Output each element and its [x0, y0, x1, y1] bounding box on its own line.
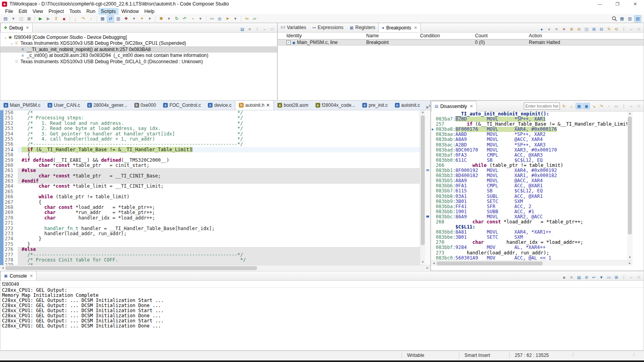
line-number[interactable]: 274: [4, 236, 18, 241]
line-number[interactable]: 273: [4, 231, 18, 236]
code-line[interactable]: 262 char *const *table_ptr = __TI_CINIT_…: [4, 174, 420, 179]
new-view-icon[interactable]: ▫: [605, 103, 612, 109]
line-number[interactable]: 259: [4, 158, 18, 163]
debug-perspective-icon[interactable]: ▧: [634, 15, 641, 22]
line-number[interactable]: 266: [4, 194, 18, 199]
code-line[interactable]: 268 char const *load_addr = *table_ptr++…: [4, 205, 420, 210]
code-line[interactable]: 277 /*----------------------------------…: [4, 252, 420, 258]
editor-tab-device-c[interactable]: cdevice.c: [204, 100, 235, 110]
editor-tab-f28004x-code-[interactable]: sf28004x_code...: [312, 100, 359, 110]
disasm-instruction-line[interactable]: 083bb8:03A1SUBLACC, @XAR1: [431, 194, 644, 199]
line-number[interactable]: 268: [4, 205, 18, 210]
menu-edit[interactable]: Edit: [16, 8, 30, 15]
export-breakpoints-icon[interactable]: ⊖: [576, 26, 582, 32]
suspend-icon[interactable]: Ⅱ: [53, 15, 60, 22]
code-editor[interactable]: 250 /* */251 /* Processing steps: */252 …: [4, 110, 420, 265]
skip-all-icon[interactable]: ％: [605, 26, 612, 32]
save-all-icon[interactable]: ▣: [26, 15, 33, 22]
remove-breakpoint-icon[interactable]: ✕: [553, 26, 560, 32]
resume-icon[interactable]: ▶: [45, 15, 52, 22]
maximize-window-icon[interactable]: ❐: [609, 0, 626, 8]
code-line[interactable]: 261#else: [4, 168, 420, 173]
code-line[interactable]: 256 /*----------------------------------…: [4, 142, 420, 147]
scroll-right-icon[interactable]: ►: [425, 266, 430, 271]
disasm-instruction-line[interactable]: 083bbb:1901SUBBACC, #1: [431, 209, 644, 214]
tab-variables[interactable]: ⒱Variables: [278, 23, 309, 32]
close-icon[interactable]: ✕: [29, 274, 33, 278]
pin-icon[interactable]: ➤: [224, 15, 231, 22]
scroll-right-icon[interactable]: ►: [627, 261, 633, 266]
import-breakpoints-icon[interactable]: ⊕: [568, 26, 575, 32]
line-number[interactable]: 276: [4, 247, 18, 252]
window-icon[interactable]: ▭: [208, 15, 215, 22]
line-number[interactable]: 257▶: [4, 147, 18, 152]
home-icon[interactable]: ⌂: [568, 103, 575, 109]
line-number[interactable]: 251: [4, 115, 18, 121]
refresh-icon[interactable]: ↻: [561, 103, 567, 109]
minimize-icon[interactable]: –: [628, 274, 635, 280]
collapse-all-icon[interactable]: ⊟: [598, 26, 605, 32]
debug-tree-row[interactable]: ⌄◉f280049 [Code Composer Studio - Device…: [0, 34, 277, 40]
disasm-instruction-line[interactable]: 083bba:FF41SFRACC, 2: [431, 204, 644, 209]
tab-disassembly[interactable]: ▤ Disassembly ✕: [431, 101, 477, 112]
code-line[interactable]: 266 while (table_ptr != table_limit): [4, 194, 420, 199]
line-number[interactable]: 252: [4, 121, 18, 126]
disasm-vscroll-thumb[interactable]: [628, 117, 632, 234]
gear-icon[interactable]: ✱: [158, 15, 165, 22]
tab-expressions[interactable]: ⚯Expressions: [309, 23, 347, 32]
code-line[interactable]: 273 handler(load_addr, run_addr);: [4, 231, 420, 236]
line-number[interactable]: 253: [4, 126, 18, 131]
disasm-instruction-line[interactable]: 083baf:0FA3CMPLACC, @XAR3: [431, 153, 644, 158]
disasm-instruction-line[interactable]: 083bb9:3B01SETCSXM: [431, 199, 644, 204]
connect-target-icon[interactable]: ⇄: [107, 15, 114, 22]
code-line[interactable]: 264 char *const *table_limit = __TI_CINI…: [4, 184, 420, 189]
open-perspective-icon[interactable]: ▦: [618, 15, 626, 22]
line-number[interactable]: 267: [4, 200, 18, 205]
menu-help[interactable]: Help: [141, 8, 157, 15]
menu-file[interactable]: File: [2, 8, 16, 15]
link-debug-icon[interactable]: ⟲: [613, 26, 620, 32]
goto-file-icon[interactable]: ◳: [583, 26, 590, 32]
column-header-action[interactable]: Action: [529, 33, 619, 38]
code-line[interactable]: 272 handler_fn_t handler = __TI_Handler_…: [4, 226, 420, 231]
column-header-condition[interactable]: Condition: [420, 33, 475, 38]
menu-scripts[interactable]: Scripts: [98, 8, 119, 15]
column-header-name[interactable]: Name: [366, 33, 420, 38]
restart-icon[interactable]: ↻: [173, 15, 180, 22]
editor-tab-0xe000[interactable]: b0xe000: [131, 100, 160, 110]
flash-caret-icon[interactable]: ▾: [146, 15, 153, 22]
code-line[interactable]: 254 /* 3. Get pointer to handler at hand…: [4, 132, 420, 137]
editor-tab-user-can-c[interactable]: cUser_CAN.c: [44, 100, 84, 110]
gear-caret-icon[interactable]: ▾: [165, 15, 172, 22]
code-line[interactable]: 271: [4, 221, 420, 226]
close-icon[interactable]: ✕: [26, 26, 29, 30]
code-line[interactable]: 278 /* Process Cinit table for COFF. */: [4, 258, 420, 263]
remove-all-breakpoints-icon[interactable]: ✕: [561, 26, 567, 32]
new-breakpoint-icon[interactable]: ●: [538, 26, 545, 32]
code-line[interactable]: 255 /* 4. call handler(load_addr + 1, ru…: [4, 137, 420, 142]
code-line[interactable]: 265: [4, 189, 420, 194]
show-source-icon[interactable]: ▩: [576, 103, 582, 109]
code-line[interactable]: 257▶ if (&__TI_Handler_Table_Base != &__…: [4, 147, 420, 152]
code-line[interactable]: 270 char handler_idx = *load_addr++;: [4, 216, 420, 221]
registers-view-icon[interactable]: ▦: [99, 15, 106, 22]
display-console-icon[interactable]: ▭: [605, 274, 612, 280]
new-window-icon[interactable]: ▱: [251, 15, 258, 22]
breakpoint-checkbox[interactable]: ✓: [286, 40, 291, 45]
line-number[interactable]: 250: [4, 110, 18, 115]
menu-run[interactable]: Run: [84, 8, 98, 15]
disassembly-vertical-scrollbar[interactable]: ▲ ▼: [627, 112, 633, 260]
step-into-icon[interactable]: ↓: [72, 15, 79, 22]
debug-tree-row[interactable]: ≡__TI_auto_init_nobinit_nopinit() at aut…: [0, 46, 277, 53]
step-into-asm-icon[interactable]: ↘: [591, 103, 597, 109]
pin-caret-icon[interactable]: ▾: [232, 15, 239, 22]
line-number[interactable]: 278: [4, 258, 18, 263]
code-line[interactable]: 251 /* Processing steps: */: [4, 115, 420, 121]
scroll-left-icon[interactable]: ◄: [431, 261, 437, 266]
line-number[interactable]: 271: [4, 221, 18, 226]
refresh-icon[interactable]: ⇋: [243, 15, 250, 22]
scroll-down-icon[interactable]: ▼: [627, 256, 633, 260]
line-number[interactable]: 270: [4, 216, 18, 221]
maximize-icon[interactable]: □: [635, 26, 642, 32]
code-line[interactable]: 258 {: [4, 152, 420, 157]
